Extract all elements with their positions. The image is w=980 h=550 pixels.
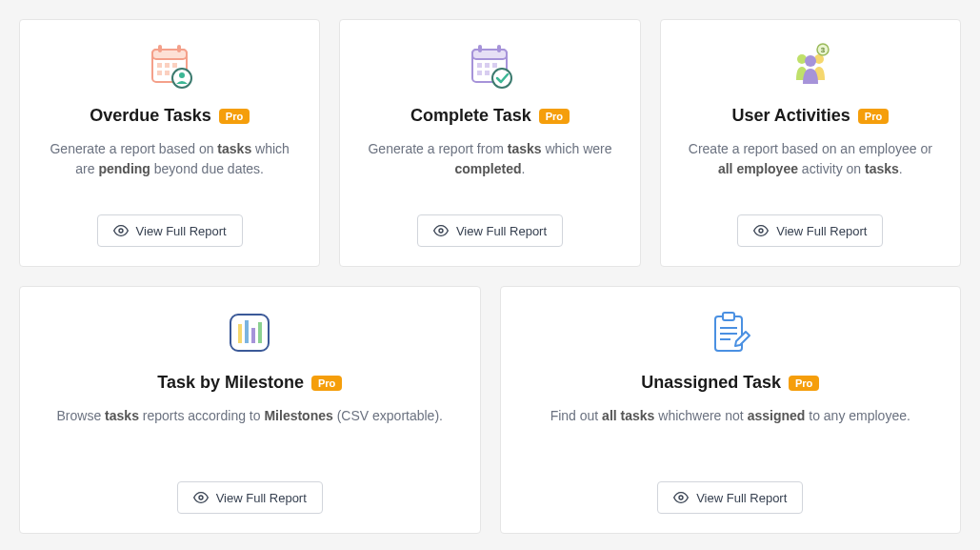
eye-icon bbox=[433, 223, 449, 238]
card-user-activities: 3 User Activities Pro Create a report ba… bbox=[660, 19, 961, 267]
svg-rect-15 bbox=[497, 45, 501, 52]
svg-rect-8 bbox=[165, 71, 170, 75]
svg-rect-36 bbox=[723, 313, 734, 320]
card-title: User Activities bbox=[731, 106, 850, 126]
button-label: View Full Report bbox=[696, 491, 787, 505]
card-title-row: Task by Milestone Pro bbox=[157, 373, 342, 393]
svg-rect-5 bbox=[165, 63, 170, 68]
svg-rect-6 bbox=[172, 63, 177, 68]
svg-rect-3 bbox=[177, 45, 181, 52]
button-label: View Full Report bbox=[456, 224, 547, 238]
card-description: Find out all tasks whichwere not assigne… bbox=[550, 406, 910, 481]
svg-rect-16 bbox=[477, 63, 482, 68]
view-full-report-button[interactable]: View Full Report bbox=[657, 481, 803, 514]
chart-milestone-icon bbox=[221, 306, 278, 359]
svg-rect-18 bbox=[492, 63, 497, 68]
svg-rect-33 bbox=[258, 322, 262, 343]
pro-badge: Pro bbox=[219, 109, 250, 124]
card-task-by-milestone: Task by Milestone Pro Browse tasks repor… bbox=[19, 286, 481, 534]
svg-rect-29 bbox=[230, 315, 269, 351]
card-title: Overdue Tasks bbox=[90, 106, 211, 126]
card-title: Unassigned Task bbox=[641, 373, 781, 393]
button-label: View Full Report bbox=[136, 224, 227, 238]
svg-rect-32 bbox=[251, 328, 255, 343]
svg-point-28 bbox=[759, 229, 763, 233]
button-label: View Full Report bbox=[216, 491, 307, 505]
svg-point-25 bbox=[805, 55, 816, 67]
button-label: View Full Report bbox=[776, 224, 867, 238]
card-description: Generate a report based on tasks which a… bbox=[44, 139, 295, 214]
card-complete-task: Complete Task Pro Generate a report from… bbox=[339, 19, 640, 267]
svg-rect-20 bbox=[485, 71, 490, 75]
calendar-check-icon bbox=[464, 39, 515, 92]
eye-icon bbox=[673, 490, 689, 505]
card-unassigned-task: Unassigned Task Pro Find out all tasks w… bbox=[500, 286, 962, 534]
eye-icon bbox=[753, 223, 769, 238]
svg-rect-30 bbox=[238, 324, 242, 343]
card-title-row: User Activities Pro bbox=[731, 106, 889, 126]
pro-badge: Pro bbox=[539, 109, 570, 124]
svg-point-21 bbox=[492, 69, 511, 88]
svg-rect-2 bbox=[158, 45, 162, 52]
view-full-report-button[interactable]: View Full Report bbox=[417, 214, 563, 247]
svg-text:3: 3 bbox=[821, 46, 826, 54]
users-group-icon: 3 bbox=[785, 39, 836, 92]
card-title-row: Complete Task Pro bbox=[410, 106, 570, 126]
calendar-user-overdue-icon bbox=[144, 39, 195, 92]
svg-point-22 bbox=[439, 229, 443, 233]
pro-badge: Pro bbox=[311, 376, 342, 391]
svg-rect-7 bbox=[157, 71, 162, 75]
svg-point-34 bbox=[199, 496, 203, 499]
card-description: Browse tasks reports according to Milest… bbox=[57, 406, 443, 481]
card-description: Create a report based on an employee or … bbox=[685, 139, 936, 214]
eye-icon bbox=[113, 223, 129, 238]
card-title-row: Unassigned Task Pro bbox=[641, 373, 819, 393]
report-cards-row-1: Overdue Tasks Pro Generate a report base… bbox=[19, 19, 961, 267]
card-title: Complete Task bbox=[410, 106, 531, 126]
svg-rect-13 bbox=[472, 50, 507, 59]
pro-badge: Pro bbox=[858, 109, 889, 124]
view-full-report-button[interactable]: View Full Report bbox=[737, 214, 883, 247]
svg-rect-4 bbox=[157, 63, 162, 68]
svg-rect-17 bbox=[485, 63, 490, 68]
svg-rect-14 bbox=[478, 45, 482, 52]
svg-point-40 bbox=[679, 496, 683, 499]
svg-point-11 bbox=[119, 229, 123, 233]
pro-badge: Pro bbox=[789, 376, 819, 391]
card-overdue-tasks: Overdue Tasks Pro Generate a report base… bbox=[19, 19, 320, 267]
view-full-report-button[interactable]: View Full Report bbox=[97, 214, 243, 247]
view-full-report-button[interactable]: View Full Report bbox=[177, 481, 323, 514]
svg-point-10 bbox=[179, 72, 185, 78]
eye-icon bbox=[193, 490, 209, 505]
svg-rect-1 bbox=[152, 50, 187, 59]
card-title-row: Overdue Tasks Pro bbox=[90, 106, 250, 126]
clipboard-edit-icon bbox=[702, 306, 759, 359]
report-cards-row-2: Task by Milestone Pro Browse tasks repor… bbox=[19, 286, 961, 534]
svg-rect-31 bbox=[245, 320, 249, 343]
card-title: Task by Milestone bbox=[157, 373, 304, 393]
svg-rect-19 bbox=[477, 71, 482, 75]
card-description: Generate a report from tasks which were … bbox=[364, 139, 615, 214]
